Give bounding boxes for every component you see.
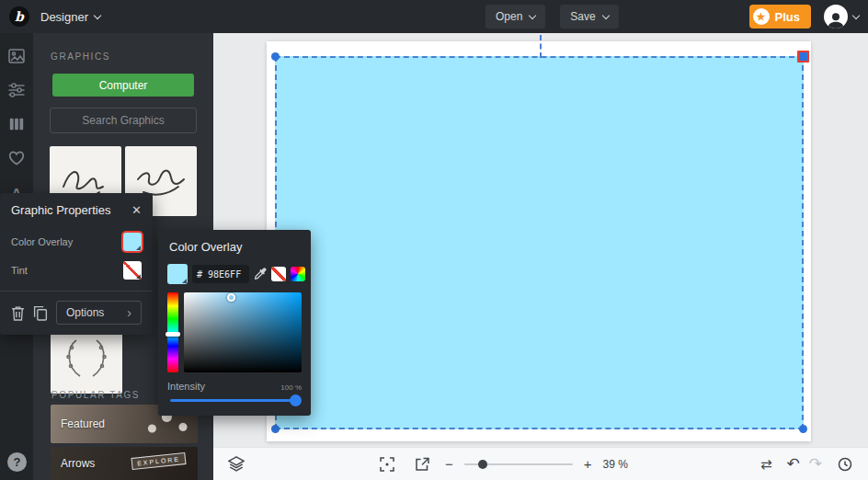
duplicate-button[interactable] — [33, 305, 48, 321]
person-icon — [826, 10, 846, 29]
adjust-sliders-icon[interactable] — [7, 82, 26, 98]
graphic-properties-popup: Graphic Properties ✕ Color Overlay Tint … — [0, 193, 153, 335]
options-button[interactable]: Options › — [56, 301, 142, 325]
color-overlay-row: Color Overlay — [0, 227, 153, 256]
fullscreen-export-icon[interactable] — [412, 454, 432, 474]
color-overlay-label: Color Overlay — [11, 236, 73, 247]
computer-upload-button[interactable]: Computer — [52, 74, 194, 97]
zoom-in-button[interactable]: + — [584, 457, 592, 471]
no-color-swatch[interactable] — [271, 267, 286, 281]
current-color-swatch[interactable] — [167, 264, 188, 284]
swatch-corner-icon — [182, 279, 187, 283]
rotation-guide-line — [540, 35, 542, 58]
copy-icon — [33, 305, 48, 321]
hue-slider[interactable] — [167, 292, 178, 372]
resize-handle-bottom-right[interactable] — [799, 425, 807, 433]
top-bar: b Designer Open Save ★ Plus — [0, 0, 868, 33]
file-actions: Open Save — [485, 5, 619, 29]
options-button-label: Options — [66, 306, 104, 319]
selected-graphic[interactable] — [275, 56, 804, 429]
tint-row: Tint — [0, 256, 153, 284]
designer-menu[interactable]: Designer — [40, 10, 100, 24]
rainbow-color-swatch[interactable] — [291, 267, 305, 281]
intensity-slider[interactable] — [170, 399, 299, 402]
resize-handle-top-right-active[interactable] — [797, 51, 809, 63]
image-tool-icon[interactable] — [7, 48, 26, 64]
color-overlay-popup-title: Color Overlay — [169, 240, 302, 254]
intensity-value: 100 % — [280, 383, 302, 392]
open-button-label: Open — [496, 10, 522, 23]
user-menu[interactable] — [824, 5, 859, 29]
design-page[interactable] — [267, 41, 811, 441]
help-button[interactable]: ? — [7, 452, 27, 472]
layers-icon[interactable] — [226, 454, 246, 474]
delete-button[interactable] — [11, 305, 25, 321]
redo-button[interactable]: ↷ — [809, 456, 822, 472]
zoom-slider-thumb[interactable] — [478, 460, 487, 469]
chevron-down-icon — [529, 11, 536, 18]
star-icon: ★ — [753, 8, 770, 25]
account-area: ★ Plus — [749, 5, 859, 29]
undo-button[interactable]: ↶ — [787, 456, 800, 472]
swatch-corner-icon — [136, 246, 141, 250]
trash-icon — [11, 305, 25, 321]
graphic-properties-title: Graphic Properties — [11, 203, 110, 217]
tag-arrows[interactable]: Arrows EXPLORE — [51, 447, 198, 480]
fit-to-screen-icon[interactable] — [377, 454, 397, 474]
history-clock-icon[interactable] — [835, 454, 855, 474]
plus-button-label: Plus — [775, 10, 800, 24]
graphics-panel-title: GRAPHICS — [51, 51, 197, 62]
designer-menu-label: Designer — [40, 10, 88, 24]
tag-label: Arrows — [61, 457, 95, 470]
intensity-slider-thumb[interactable] — [290, 394, 302, 406]
tint-swatch[interactable] — [123, 261, 142, 280]
zoom-out-button[interactable]: − — [445, 457, 453, 471]
chevron-down-icon — [852, 11, 860, 18]
eyedropper-icon[interactable] — [254, 264, 267, 284]
plus-upgrade-button[interactable]: ★ Plus — [749, 5, 811, 29]
question-mark-icon: ? — [14, 455, 21, 469]
canvas-area — [213, 33, 868, 447]
open-button[interactable]: Open — [485, 5, 545, 29]
chevron-down-icon — [94, 11, 101, 18]
tag-label: Featured — [61, 417, 105, 430]
zoom-level: 39 % — [603, 458, 628, 471]
close-icon[interactable]: ✕ — [131, 203, 142, 217]
bottom-toolbar: − + 39 % ⇄ ↶ ↷ — [213, 447, 868, 480]
tint-label: Tint — [11, 265, 28, 276]
favorites-heart-icon[interactable] — [7, 150, 26, 166]
save-button-label: Save — [570, 10, 595, 23]
color-picker-thumb[interactable] — [227, 293, 235, 302]
search-graphics-input[interactable] — [50, 108, 197, 133]
resize-handle-bottom-left[interactable] — [271, 425, 280, 433]
popular-tags-title: POPULAR TAGS — [51, 390, 140, 400]
app-logo-icon[interactable]: b — [9, 6, 29, 27]
color-overlay-popup: Color Overlay # 98E6FF Intensity 100 % — [158, 230, 311, 416]
laurel-wreath-art — [61, 336, 112, 382]
chevron-right-icon: › — [127, 305, 131, 320]
compare-swap-icon[interactable]: ⇄ — [760, 457, 772, 471]
intensity-label: Intensity — [167, 381, 205, 392]
color-overlay-swatch[interactable] — [123, 233, 142, 251]
swatch-corner-icon — [136, 274, 141, 279]
chevron-down-icon — [601, 11, 609, 18]
explore-sign: EXPLORE — [131, 452, 186, 470]
hue-slider-thumb[interactable] — [166, 332, 180, 337]
avatar — [824, 5, 848, 29]
resize-handle-top-left[interactable] — [271, 52, 280, 61]
logo-glyph: b — [15, 9, 24, 24]
zoom-slider[interactable] — [464, 463, 573, 465]
layout-columns-icon[interactable] — [7, 116, 26, 132]
hex-color-input[interactable]: # 98E6FF — [192, 265, 249, 283]
saturation-brightness-picker[interactable] — [184, 292, 302, 372]
save-button[interactable]: Save — [560, 5, 618, 29]
